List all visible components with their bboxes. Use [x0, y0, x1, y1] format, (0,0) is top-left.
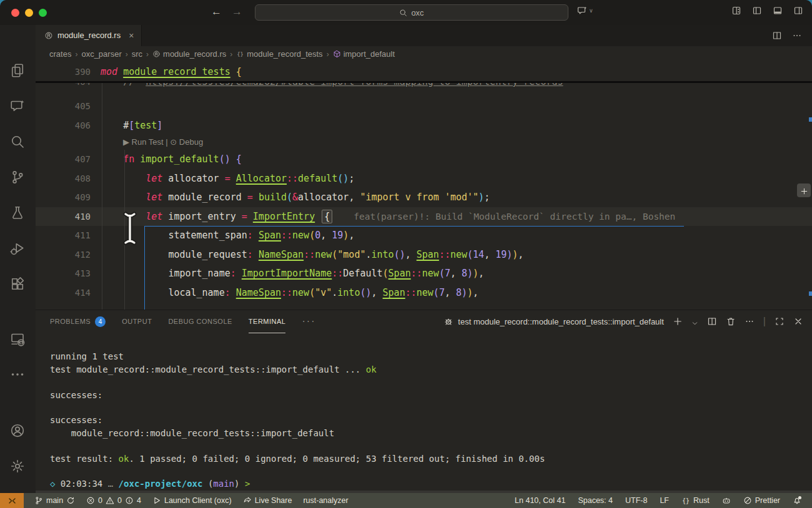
- run-test-lens[interactable]: ▶ Run Test: [123, 137, 164, 147]
- add-button[interactable]: [797, 183, 811, 197]
- line-number[interactable]: 407: [36, 150, 98, 169]
- code-token: ,: [349, 192, 360, 203]
- formatter-prettier[interactable]: Prettier: [739, 493, 785, 508]
- code-line-412[interactable]: 412 module_request: NameSpan::new("mod".…: [36, 245, 812, 265]
- remote-indicator[interactable]: [0, 493, 24, 508]
- chat-icon[interactable]: [10, 99, 25, 114]
- line-number[interactable]: 408: [36, 169, 98, 188]
- extensions-icon[interactable]: [10, 276, 25, 291]
- new-terminal-icon[interactable]: [673, 316, 683, 326]
- zoom-window-button[interactable]: [39, 9, 47, 17]
- copilot-status[interactable]: [718, 493, 735, 508]
- code-token: ::: [304, 249, 315, 260]
- toggle-primary-sidebar-icon[interactable]: [752, 6, 762, 16]
- toggle-panel-icon[interactable]: [773, 6, 783, 16]
- breadcrumb-item-module-record-tests[interactable]: {}module_record_tests: [236, 49, 322, 59]
- split-terminal-icon[interactable]: [707, 316, 717, 326]
- panel-tabs-more-icon[interactable]: ···: [302, 316, 315, 327]
- terminal-instance[interactable]: test module_record::module_record_tests:…: [443, 316, 664, 326]
- forward-arrow-icon[interactable]: →: [232, 6, 242, 18]
- code-line-413[interactable]: 413 import_name: ImportImportName::Defau…: [36, 264, 812, 283]
- more-actions-icon[interactable]: [792, 31, 802, 41]
- code-line-405[interactable]: 405: [36, 97, 812, 116]
- codelens-row: ▶ Run Test | ⊙ Debug: [36, 135, 812, 150]
- slash-icon: [743, 496, 752, 505]
- line-number[interactable]: 390: [36, 62, 98, 81]
- sticky-scroll-line[interactable]: 390mod module_record_tests {: [36, 62, 812, 83]
- run-debug-icon[interactable]: [10, 241, 25, 256]
- breadcrumb-item-import-default[interactable]: import_default: [333, 49, 395, 59]
- line-number[interactable]: 414: [36, 283, 98, 303]
- breadcrumb-item-oxc-parser[interactable]: oxc_parser: [81, 49, 121, 59]
- problems-indicator[interactable]: 004: [82, 493, 146, 508]
- line-number[interactable]: 412: [36, 245, 98, 265]
- minimize-window-button[interactable]: [25, 9, 33, 17]
- code-token: new: [292, 287, 309, 298]
- terminal-more-icon[interactable]: [745, 316, 755, 326]
- terminal-output[interactable]: running 1 testtest module_record::module…: [36, 333, 812, 493]
- line-number[interactable]: 409: [36, 188, 98, 207]
- notifications[interactable]: [788, 493, 806, 508]
- panel-tab-terminal[interactable]: TERMINAL: [249, 310, 286, 333]
- account-icon[interactable]: [10, 423, 25, 438]
- close-window-button[interactable]: [11, 9, 19, 17]
- breadcrumb-item-module-record-rs[interactable]: module_record.rs: [152, 49, 226, 59]
- back-arrow-icon[interactable]: ←: [211, 6, 222, 18]
- code-line-411[interactable]: 411 statement_span: Span::new(0, 19),: [36, 226, 812, 245]
- search-icon[interactable]: [10, 134, 25, 149]
- language-mode[interactable]: {}Rust: [677, 493, 714, 508]
- toggle-secondary-sidebar-icon[interactable]: [793, 6, 803, 16]
- branch-indicator[interactable]: main: [30, 493, 79, 508]
- status-label: Live Share: [255, 496, 292, 505]
- code-token: 0: [315, 230, 320, 241]
- encoding[interactable]: UTF-8: [621, 493, 651, 508]
- close-tab-icon[interactable]: ×: [129, 31, 134, 41]
- line-number[interactable]: 410: [36, 207, 98, 227]
- sticky-line-390[interactable]: 390mod module_record_tests {: [36, 62, 812, 81]
- indentation[interactable]: Spaces: 4: [573, 493, 617, 508]
- line-number[interactable]: 411: [36, 226, 98, 245]
- cursor-position[interactable]: Ln 410, Col 41: [510, 493, 570, 508]
- codelens: ▶ Run Test | ⊙ Debug: [98, 135, 203, 150]
- customize-layout-icon[interactable]: [731, 6, 741, 16]
- code-token: ::: [439, 249, 450, 260]
- panel-tab-debug-console[interactable]: DEBUG CONSOLE: [168, 310, 232, 333]
- maximize-panel-icon[interactable]: [775, 316, 785, 326]
- debug-lens[interactable]: ⊙ Debug: [170, 137, 203, 147]
- settings-icon[interactable]: [10, 459, 25, 474]
- testing-icon[interactable]: [10, 205, 25, 220]
- kill-terminal-icon[interactable]: [726, 316, 736, 326]
- copilot-chat-icon[interactable]: [577, 6, 587, 16]
- code-line-408[interactable]: 408 let allocator = Allocator::default()…: [36, 169, 812, 188]
- breadcrumb-item-src[interactable]: src: [132, 49, 142, 59]
- source-control-icon[interactable]: [10, 170, 25, 185]
- code-line-407[interactable]: 407 fn import_default() {: [36, 150, 812, 169]
- code-editor[interactable]: 404 // https://tc39.es/ecma262/#table-im…: [36, 62, 812, 310]
- line-number[interactable]: 406: [36, 116, 98, 135]
- code-line-409[interactable]: 409 let module_record = build(&allocator…: [36, 188, 812, 207]
- panel-tab-problems[interactable]: PROBLEMS4: [50, 310, 106, 333]
- rust-analyzer[interactable]: rust-analyzer: [299, 493, 352, 508]
- code-token: [253, 192, 259, 203]
- more-views-icon[interactable]: [10, 367, 25, 382]
- code-line-410[interactable]: 410 let import_entry = ImportEntry {feat…: [36, 207, 812, 227]
- code-line-414[interactable]: 414 local_name: NameSpan::new("v".into()…: [36, 283, 812, 303]
- code-line-406[interactable]: 406 #[test]: [36, 116, 812, 135]
- chevron-down-icon[interactable]: ∨: [589, 7, 593, 14]
- code-text: #[test]: [98, 116, 162, 135]
- panel-tab-output[interactable]: OUTPUT: [122, 310, 152, 333]
- tab-module-record[interactable]: module_record.rs ×: [36, 25, 142, 46]
- split-editor-icon[interactable]: [772, 31, 782, 41]
- remote-explorer-icon[interactable]: [10, 331, 25, 346]
- code-token: [101, 287, 168, 298]
- terminal-dropdown-icon[interactable]: [691, 318, 698, 325]
- command-center-search[interactable]: oxc: [255, 4, 568, 21]
- eol[interactable]: LF: [655, 493, 673, 508]
- live-share[interactable]: Live Share: [239, 493, 297, 508]
- launch-client[interactable]: Launch Client (oxc): [148, 493, 236, 508]
- explorer-icon[interactable]: [10, 63, 25, 78]
- line-number[interactable]: 405: [36, 97, 98, 116]
- close-panel-icon[interactable]: [793, 316, 803, 326]
- breadcrumb-item-crates[interactable]: crates: [49, 49, 71, 59]
- line-number[interactable]: 413: [36, 264, 98, 283]
